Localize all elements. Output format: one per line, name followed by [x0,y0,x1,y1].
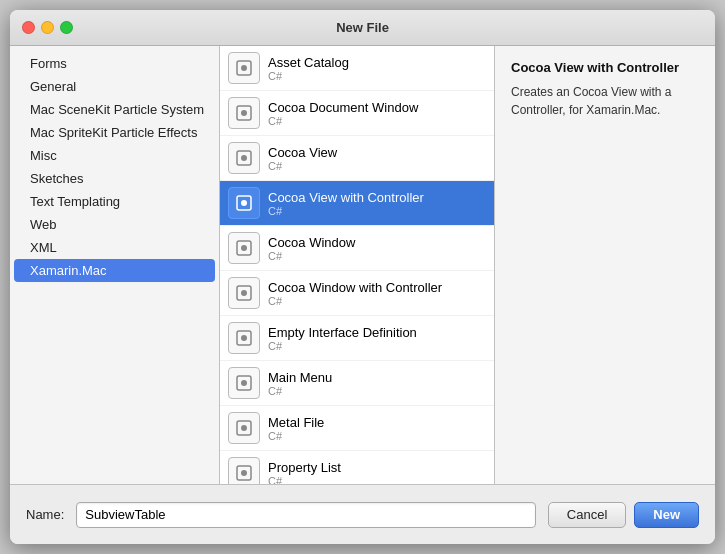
svg-point-5 [241,155,247,161]
file-list: Asset CatalogC# Cocoa Document WindowC# … [220,46,495,484]
svg-point-3 [241,110,247,116]
file-subtitle-property-list: C# [268,475,486,485]
file-name-cocoa-window-controller: Cocoa Window with Controller [268,280,486,295]
cancel-button[interactable]: Cancel [548,502,626,528]
file-icon-cocoa-view-controller [228,187,260,219]
main-content: FormsGeneralMac SceneKit Particle System… [10,46,715,484]
minimize-button[interactable] [41,21,54,34]
file-subtitle-cocoa-view: C# [268,160,486,172]
file-item-empty-interface[interactable]: Empty Interface DefinitionC# [220,316,494,361]
file-icon-empty-interface [228,322,260,354]
file-item-cocoa-window[interactable]: Cocoa WindowC# [220,226,494,271]
file-subtitle-asset-catalog: C# [268,70,486,82]
file-icon-cocoa-view [228,142,260,174]
file-item-cocoa-window-controller[interactable]: Cocoa Window with ControllerC# [220,271,494,316]
file-name-empty-interface: Empty Interface Definition [268,325,486,340]
detail-description: Creates an Cocoa View with a Controller,… [511,83,699,119]
detail-panel: Cocoa View with Controller Creates an Co… [495,46,715,484]
svg-point-15 [241,380,247,386]
sidebar-item-forms[interactable]: Forms [14,52,215,75]
svg-point-9 [241,245,247,251]
file-icon-cocoa-document-window [228,97,260,129]
window-controls [22,21,73,34]
svg-point-19 [241,470,247,476]
file-item-cocoa-view-controller[interactable]: Cocoa View with ControllerC# [220,181,494,226]
sidebar-item-general[interactable]: General [14,75,215,98]
file-subtitle-metal-file: C# [268,430,486,442]
file-name-cocoa-document-window: Cocoa Document Window [268,100,486,115]
file-name-cocoa-window: Cocoa Window [268,235,486,250]
bottom-buttons: Cancel New [548,502,699,528]
file-item-main-menu[interactable]: Main MenuC# [220,361,494,406]
file-item-cocoa-document-window[interactable]: Cocoa Document WindowC# [220,91,494,136]
name-input[interactable] [76,502,536,528]
title-bar: New File [10,10,715,46]
maximize-button[interactable] [60,21,73,34]
svg-point-7 [241,200,247,206]
sidebar: FormsGeneralMac SceneKit Particle System… [10,46,220,484]
file-icon-asset-catalog [228,52,260,84]
file-icon-metal-file [228,412,260,444]
close-button[interactable] [22,21,35,34]
file-item-metal-file[interactable]: Metal FileC# [220,406,494,451]
file-icon-property-list [228,457,260,484]
file-subtitle-cocoa-window: C# [268,250,486,262]
svg-point-1 [241,65,247,71]
detail-title: Cocoa View with Controller [511,60,699,75]
file-name-cocoa-view-controller: Cocoa View with Controller [268,190,486,205]
sidebar-item-mac-scenekit[interactable]: Mac SceneKit Particle System [14,98,215,121]
file-name-metal-file: Metal File [268,415,486,430]
file-item-property-list[interactable]: Property ListC# [220,451,494,484]
file-subtitle-cocoa-window-controller: C# [268,295,486,307]
file-icon-cocoa-window [228,232,260,264]
name-label: Name: [26,507,64,522]
file-subtitle-cocoa-document-window: C# [268,115,486,127]
file-name-asset-catalog: Asset Catalog [268,55,486,70]
file-item-cocoa-view[interactable]: Cocoa ViewC# [220,136,494,181]
bottom-bar: Name: Cancel New [10,484,715,544]
new-button[interactable]: New [634,502,699,528]
file-name-main-menu: Main Menu [268,370,486,385]
sidebar-item-sketches[interactable]: Sketches [14,167,215,190]
file-icon-cocoa-window-controller [228,277,260,309]
sidebar-item-text-templating[interactable]: Text Templating [14,190,215,213]
file-subtitle-main-menu: C# [268,385,486,397]
file-subtitle-cocoa-view-controller: C# [268,205,486,217]
svg-point-17 [241,425,247,431]
sidebar-item-web[interactable]: Web [14,213,215,236]
sidebar-item-misc[interactable]: Misc [14,144,215,167]
file-name-cocoa-view: Cocoa View [268,145,486,160]
file-icon-main-menu [228,367,260,399]
sidebar-item-xamarin-mac[interactable]: Xamarin.Mac [14,259,215,282]
file-name-property-list: Property List [268,460,486,475]
file-subtitle-empty-interface: C# [268,340,486,352]
sidebar-item-xml[interactable]: XML [14,236,215,259]
new-file-dialog: New File FormsGeneralMac SceneKit Partic… [10,10,715,544]
file-item-asset-catalog[interactable]: Asset CatalogC# [220,46,494,91]
svg-point-11 [241,290,247,296]
window-title: New File [336,20,389,35]
svg-point-13 [241,335,247,341]
sidebar-item-mac-spritekit[interactable]: Mac SpriteKit Particle Effects [14,121,215,144]
